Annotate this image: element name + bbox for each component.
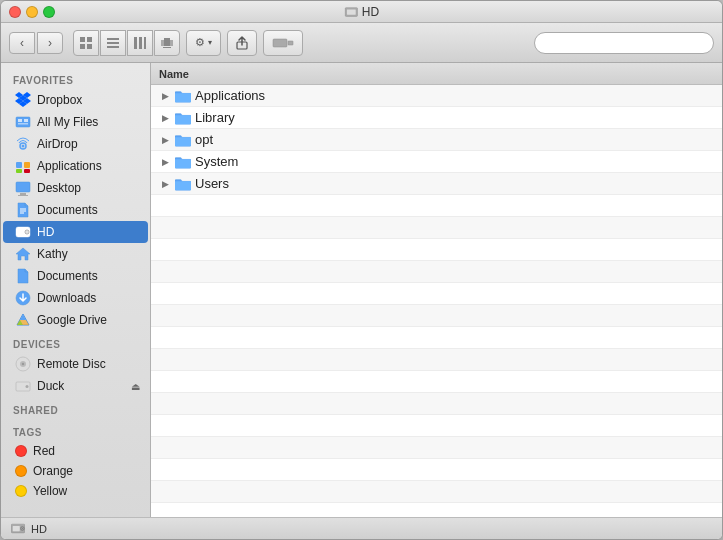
empty-row: [151, 195, 722, 217]
statusbar: HD: [1, 517, 722, 539]
sidebar-duck-label: Duck: [37, 379, 64, 393]
svg-rect-31: [18, 195, 28, 196]
action-icon: [272, 36, 294, 50]
file-name: Library: [195, 110, 235, 125]
sidebar-item-tag-yellow[interactable]: Yellow: [3, 481, 148, 501]
maximize-button[interactable]: [43, 6, 55, 18]
file-row[interactable]: ▶ System: [151, 151, 722, 173]
icon-view-button[interactable]: [73, 30, 99, 56]
svg-rect-10: [139, 37, 142, 49]
empty-row: [151, 283, 722, 305]
svg-rect-6: [107, 38, 119, 40]
disclosure-triangle[interactable]: ▶: [159, 134, 171, 146]
sidebar-item-tag-orange[interactable]: Orange: [3, 461, 148, 481]
gear-icon: ⚙: [195, 36, 205, 49]
eject-button[interactable]: ⏏: [131, 381, 140, 392]
icon-view-icon: [79, 36, 93, 50]
disclosure-triangle[interactable]: ▶: [159, 112, 171, 124]
sidebar-tag-yellow-label: Yellow: [33, 484, 67, 498]
list-view-button[interactable]: [100, 30, 126, 56]
sidebar-item-tag-red[interactable]: Red: [3, 441, 148, 461]
svg-rect-14: [170, 40, 173, 46]
empty-row: [151, 239, 722, 261]
sidebar-item-allmyfiles[interactable]: All My Files: [3, 111, 148, 133]
sidebar-downloads-label: Downloads: [37, 291, 96, 305]
sidebar-item-hd[interactable]: HD: [3, 221, 148, 243]
svg-rect-3: [87, 37, 92, 42]
svg-point-51: [22, 528, 23, 529]
svg-rect-30: [20, 193, 26, 195]
coverflow-view-button[interactable]: [154, 30, 180, 56]
close-button[interactable]: [9, 6, 21, 18]
folder-icon: [175, 176, 191, 192]
sidebar-tag-red-label: Red: [33, 444, 55, 458]
arrange-button[interactable]: ⚙ ▾: [186, 30, 221, 56]
svg-rect-12: [164, 38, 170, 46]
tags-header: TAGS: [1, 419, 150, 441]
search-input[interactable]: [534, 32, 714, 54]
devices-header: DEVICES: [1, 331, 150, 353]
sidebar-item-duck[interactable]: Duck ⏏: [3, 375, 148, 397]
sidebar-dropbox-label: Dropbox: [37, 93, 82, 107]
sidebar-hd-label: HD: [37, 225, 54, 239]
empty-row: [151, 437, 722, 459]
disclosure-triangle[interactable]: ▶: [159, 90, 171, 102]
minimize-button[interactable]: [26, 6, 38, 18]
list-view-icon: [106, 36, 120, 50]
column-view-icon: [133, 36, 147, 50]
allmyfiles-icon: [15, 114, 31, 130]
sidebar-item-remotedisc[interactable]: Remote Disc: [3, 353, 148, 375]
sidebar-documents-label: Documents: [37, 203, 98, 217]
sidebar-item-applications[interactable]: Applications: [3, 155, 148, 177]
sidebar: FAVORITES Dropbox All My Files: [1, 63, 151, 517]
file-row[interactable]: ▶ opt: [151, 129, 722, 151]
file-row[interactable]: ▶ Library: [151, 107, 722, 129]
file-row[interactable]: ▶ Applications: [151, 85, 722, 107]
svg-rect-22: [18, 123, 28, 125]
share-button[interactable]: [227, 30, 257, 56]
sidebar-airdrop-label: AirDrop: [37, 137, 78, 151]
svg-rect-8: [107, 46, 119, 48]
nav-buttons: ‹ ›: [9, 32, 63, 54]
sidebar-item-desktop[interactable]: Desktop: [3, 177, 148, 199]
documents2-icon: [15, 268, 31, 284]
sidebar-item-downloads[interactable]: Downloads: [3, 287, 148, 309]
svg-rect-15: [163, 47, 171, 48]
drive-icon: [15, 378, 31, 394]
main-area: FAVORITES Dropbox All My Files: [1, 63, 722, 517]
back-button[interactable]: ‹: [9, 32, 35, 54]
title-icon: [344, 5, 358, 19]
svg-rect-35: [16, 227, 30, 237]
applications-icon: [15, 158, 31, 174]
forward-icon: ›: [48, 36, 52, 50]
shared-header: SHARED: [1, 397, 150, 419]
documents-icon: [15, 202, 31, 218]
svg-rect-9: [134, 37, 137, 49]
svg-rect-25: [16, 162, 22, 168]
svg-rect-20: [18, 119, 22, 122]
sidebar-item-googledrive[interactable]: Google Drive: [3, 309, 148, 331]
column-view-button[interactable]: [127, 30, 153, 56]
file-name: opt: [195, 132, 213, 147]
sidebar-item-documents[interactable]: Documents: [3, 199, 148, 221]
sidebar-remotedisc-label: Remote Disc: [37, 357, 106, 371]
svg-rect-28: [24, 169, 30, 173]
empty-row: [151, 261, 722, 283]
disclosure-triangle[interactable]: ▶: [159, 156, 171, 168]
svg-point-37: [26, 231, 27, 232]
file-row[interactable]: ▶ Users: [151, 173, 722, 195]
empty-row: [151, 305, 722, 327]
toolbar: ‹ ›: [1, 23, 722, 63]
yellow-tag-dot: [15, 485, 27, 497]
forward-button[interactable]: ›: [37, 32, 63, 54]
disclosure-triangle[interactable]: ▶: [159, 178, 171, 190]
sidebar-item-airdrop[interactable]: AirDrop: [3, 133, 148, 155]
folder-icon: [175, 154, 191, 170]
hd-icon: [15, 224, 31, 240]
sidebar-item-documents2[interactable]: Documents: [3, 265, 148, 287]
svg-point-45: [22, 363, 24, 365]
name-column-header: Name: [159, 68, 189, 80]
sidebar-item-dropbox[interactable]: Dropbox: [3, 89, 148, 111]
action-button[interactable]: [263, 30, 303, 56]
sidebar-item-kathy[interactable]: Kathy: [3, 243, 148, 265]
